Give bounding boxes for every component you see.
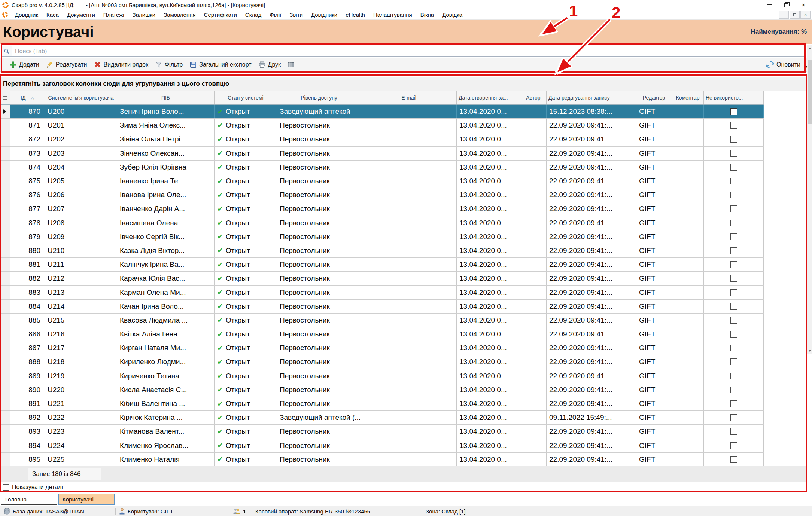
cell-author[interactable] <box>520 119 547 132</box>
cell-id[interactable]: 872 <box>10 132 45 146</box>
unused-checkbox[interactable] <box>730 247 737 254</box>
table-row[interactable]: 886U216Квітка Аліна Генн...✔ОткрытПервос… <box>0 327 764 341</box>
cell-email[interactable] <box>361 119 457 132</box>
close-button[interactable]: × <box>795 0 812 10</box>
cell-email[interactable] <box>361 355 457 369</box>
cell-created[interactable]: 13.04.2020 0... <box>457 369 520 383</box>
cell-editor[interactable]: GIFT <box>636 105 672 118</box>
cell-created[interactable]: 13.04.2020 0... <box>457 216 520 230</box>
cell-comment[interactable] <box>672 119 704 132</box>
cell-author[interactable] <box>520 161 547 174</box>
cell-sysname[interactable]: U211 <box>45 258 117 271</box>
cell-created[interactable]: 13.04.2020 0... <box>457 453 520 466</box>
cell-sysname[interactable]: U203 <box>45 147 117 160</box>
menu-item-каса[interactable]: Каса <box>42 12 63 18</box>
cell-email[interactable] <box>361 327 457 341</box>
cell-email[interactable] <box>361 174 457 188</box>
scroll-up-icon[interactable] <box>807 45 812 51</box>
cell-unused[interactable] <box>704 272 764 285</box>
cell-email[interactable] <box>361 300 457 313</box>
mdi-restore-button[interactable] <box>790 11 800 19</box>
cell-editor[interactable]: GIFT <box>636 355 672 369</box>
cell-editor[interactable]: GIFT <box>636 300 672 313</box>
cell-sysname[interactable]: U217 <box>45 341 117 355</box>
menu-item-довідники[interactable]: Довідники <box>307 12 341 18</box>
cell-name[interactable]: Кисла Анастасія С... <box>117 383 215 397</box>
toolbar-grip[interactable] <box>1 60 4 70</box>
cell-state[interactable]: ✔Открыт <box>215 244 277 257</box>
cell-state[interactable]: ✔Открыт <box>215 355 277 369</box>
search-icon[interactable] <box>2 46 12 56</box>
cell-name[interactable]: Іванченко Дарін А... <box>117 202 215 216</box>
cell-id[interactable]: 879 <box>10 230 45 244</box>
cell-id[interactable]: 891 <box>10 397 45 410</box>
unused-checkbox[interactable] <box>730 442 737 449</box>
table-row[interactable]: 895U225Клименко Наталія✔ОткрытПервостоль… <box>0 453 764 466</box>
cell-author[interactable] <box>520 230 547 244</box>
cell-sysname[interactable]: U214 <box>45 300 117 313</box>
cell-created[interactable]: 13.04.2020 0... <box>457 314 520 327</box>
cell-unused[interactable] <box>704 411 764 424</box>
cell-editor[interactable]: GIFT <box>636 369 672 383</box>
menu-item-сертифікати[interactable]: Сертифікати <box>200 12 241 18</box>
cell-editor[interactable]: GIFT <box>636 453 672 466</box>
cell-state[interactable]: ✔Открыт <box>215 411 277 424</box>
menu-item-довідка[interactable]: Довідка <box>438 12 466 18</box>
cell-edited[interactable]: 15.12.2023 08:38:... <box>547 105 636 118</box>
cell-unused[interactable] <box>704 161 764 174</box>
cell-created[interactable]: 13.04.2020 0... <box>457 341 520 355</box>
cell-name[interactable]: Кириченко Тетяна... <box>117 369 215 383</box>
cell-access[interactable]: Первостольник <box>277 397 361 410</box>
show-details-checkbox[interactable] <box>3 484 9 491</box>
cell-editor[interactable]: GIFT <box>636 411 672 424</box>
cell-created[interactable]: 13.04.2020 0... <box>457 174 520 188</box>
table-row[interactable]: 890U220Кисла Анастасія С...✔ОткрытПервос… <box>0 383 764 397</box>
mdi-minimize-button[interactable] <box>779 11 789 19</box>
cell-id[interactable]: 883 <box>10 286 45 299</box>
cell-state[interactable]: ✔Открыт <box>215 397 277 410</box>
cell-id[interactable]: 881 <box>10 258 45 271</box>
table-row[interactable]: 873U203Зінченко Олексан...✔ОткрытПервост… <box>0 147 764 161</box>
cell-author[interactable] <box>520 314 547 327</box>
cell-access[interactable]: Первостольник <box>277 425 361 438</box>
cell-name[interactable]: Казка Лідія Віктор... <box>117 244 215 257</box>
cell-author[interactable] <box>520 425 547 438</box>
cell-state[interactable]: ✔Открыт <box>215 216 277 230</box>
cell-unused[interactable] <box>704 439 764 452</box>
cell-comment[interactable] <box>672 341 704 355</box>
cell-comment[interactable] <box>672 425 704 438</box>
menu-item-платежі[interactable]: Платежі <box>99 12 128 18</box>
cell-author[interactable] <box>520 272 547 285</box>
cell-name[interactable]: Кібиш Валентина ... <box>117 397 215 410</box>
cell-email[interactable] <box>361 397 457 410</box>
cell-unused[interactable] <box>704 258 764 271</box>
restore-button[interactable] <box>778 0 795 10</box>
mdi-close-button[interactable]: × <box>800 11 811 19</box>
cell-state[interactable]: ✔Открыт <box>215 314 277 327</box>
cell-author[interactable] <box>520 147 547 160</box>
cell-editor[interactable]: GIFT <box>636 174 672 188</box>
cell-sysname[interactable]: U202 <box>45 132 117 146</box>
cell-name[interactable]: Карман Олена Ми... <box>117 286 215 299</box>
table-row[interactable]: 884U214Качан Ірина Воло...✔ОткрытПервост… <box>0 300 764 314</box>
cell-editor[interactable]: GIFT <box>636 341 672 355</box>
cell-state[interactable]: ✔Открыт <box>215 161 277 174</box>
cell-access[interactable]: Заведующий аптекой <box>277 105 361 118</box>
cell-state[interactable]: ✔Открыт <box>215 300 277 313</box>
column-header-access[interactable]: Рівень доступу <box>277 91 361 104</box>
cell-access[interactable]: Первостольник <box>277 272 361 285</box>
cell-editor[interactable]: GIFT <box>636 272 672 285</box>
cell-unused[interactable] <box>704 355 764 369</box>
cell-sysname[interactable]: U205 <box>45 174 117 188</box>
cell-sysname[interactable]: U222 <box>45 411 117 424</box>
cell-id[interactable]: 882 <box>10 272 45 285</box>
unused-checkbox[interactable] <box>730 233 737 240</box>
cell-access[interactable]: Первостольник <box>277 286 361 299</box>
cell-created[interactable]: 13.04.2020 0... <box>457 161 520 174</box>
cell-email[interactable] <box>361 258 457 271</box>
cell-author[interactable] <box>520 188 547 202</box>
cell-created[interactable]: 13.04.2020 0... <box>457 244 520 257</box>
scroll-down-icon[interactable] <box>807 348 812 354</box>
cell-author[interactable] <box>520 132 547 146</box>
cell-state[interactable]: ✔Открыт <box>215 327 277 341</box>
